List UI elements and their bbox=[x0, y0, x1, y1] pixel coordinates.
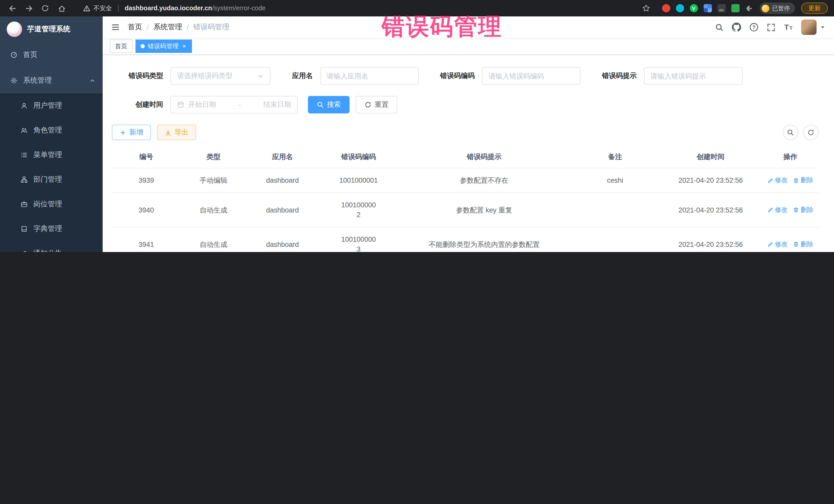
table-header: 编号 类型 应用名 错误码编码 错误码提示 备注 创建时间 操作 bbox=[111, 146, 819, 168]
refresh-table-button[interactable] bbox=[803, 125, 819, 140]
breadcrumb-system[interactable]: 系统管理 bbox=[153, 23, 182, 32]
sidebar-item-system[interactable]: 系统管理 bbox=[0, 68, 103, 93]
address-bar[interactable]: dashboard.yudao.iocoder.cn/system/error-… bbox=[125, 5, 266, 12]
cell-create-time: 2021-04-20 23:52:56 bbox=[659, 168, 762, 193]
extension-icon-teal[interactable] bbox=[676, 4, 684, 12]
toggle-search-button[interactable] bbox=[783, 125, 798, 140]
download-icon bbox=[165, 129, 171, 136]
cell-id: 3941 bbox=[111, 227, 182, 252]
filter-create-time: 创建时间 开始日期 - 结束日期 bbox=[122, 96, 298, 113]
sidebar-item-dictionary[interactable]: 字典管理 bbox=[0, 217, 103, 241]
extension-icon-grid[interactable] bbox=[703, 4, 711, 12]
sidebar-item-notices[interactable]: 通知公告 bbox=[0, 241, 103, 252]
delete-link[interactable]: 删除 bbox=[793, 239, 813, 249]
search-button[interactable]: 搜索 bbox=[308, 96, 350, 113]
trash-icon bbox=[793, 241, 799, 247]
caret-down-icon bbox=[820, 24, 826, 30]
error-type-select[interactable]: 请选择错误码类型 bbox=[170, 67, 270, 85]
page-content: 错误码类型 请选择错误码类型 应用名 错误码编码 bbox=[103, 55, 834, 252]
back-button[interactable] bbox=[6, 2, 19, 14]
tags-view-bar: 首页 错误码管理 bbox=[103, 38, 834, 55]
browser-update-button[interactable]: 更新 bbox=[801, 3, 828, 14]
export-button[interactable]: 导出 bbox=[157, 125, 196, 140]
edit-label: 修改 bbox=[775, 239, 788, 249]
reload-button[interactable] bbox=[39, 2, 51, 14]
extension-icon-green-v[interactable]: V bbox=[689, 4, 698, 12]
sidebar-menu: 首页 系统管理 用户管理 角色管理 bbox=[0, 42, 103, 252]
briefcase-icon bbox=[21, 201, 28, 208]
filter-label: 应用名 bbox=[292, 71, 313, 81]
edit-icon bbox=[767, 177, 773, 183]
extension-icon-red[interactable] bbox=[662, 4, 670, 12]
sidebar-item-label: 字典管理 bbox=[34, 224, 95, 234]
edit-link[interactable]: 修改 bbox=[767, 239, 788, 249]
bookmark-star-button[interactable] bbox=[640, 2, 652, 14]
plus-icon bbox=[119, 129, 126, 136]
sidebar-item-label: 首页 bbox=[23, 50, 95, 60]
on-badge-label: on bbox=[719, 8, 723, 12]
header-search-icon[interactable] bbox=[715, 23, 724, 31]
refresh-icon bbox=[365, 101, 372, 108]
extension-icon-on-badge[interactable]: on bbox=[717, 4, 725, 12]
font-size-icon[interactable] bbox=[784, 23, 793, 32]
sidebar-item-label: 用户管理 bbox=[34, 101, 95, 110]
sidebar-item-departments[interactable]: 部门管理 bbox=[0, 167, 103, 192]
filter-error-message: 错误码提示 bbox=[602, 67, 742, 85]
filter-app-name: 应用名 bbox=[292, 67, 419, 85]
table-row: 3939 手动编辑 dashboard 1001000001 参数配置不存在 c… bbox=[111, 168, 819, 193]
security-indicator[interactable]: 不安全 bbox=[83, 4, 112, 13]
cell-remark bbox=[571, 193, 659, 227]
table-tools bbox=[783, 125, 819, 140]
reset-button[interactable]: 重置 bbox=[356, 96, 397, 113]
logo-image bbox=[7, 22, 22, 37]
cell-code: 100100000 2 bbox=[320, 193, 397, 227]
cell-code: 1001000001 bbox=[320, 168, 397, 193]
delete-label: 删除 bbox=[800, 239, 813, 249]
app-name-input[interactable] bbox=[320, 67, 419, 85]
cell-app: dashboard bbox=[245, 193, 320, 227]
sidebar-item-home[interactable]: 首页 bbox=[0, 42, 103, 68]
error-code-table: 编号 类型 应用名 错误码编码 错误码提示 备注 创建时间 操作 3939 手动… bbox=[111, 146, 819, 252]
sidebar-item-users[interactable]: 用户管理 bbox=[0, 93, 103, 118]
error-message-input[interactable] bbox=[644, 67, 742, 85]
update-label: 更新 bbox=[808, 4, 821, 13]
column-header: 应用名 bbox=[245, 146, 320, 168]
extensions-puzzle-icon[interactable] bbox=[745, 4, 753, 12]
date-range-picker[interactable]: 开始日期 - 结束日期 bbox=[170, 96, 298, 113]
forward-button[interactable] bbox=[23, 2, 35, 14]
sidebar-item-posts[interactable]: 岗位管理 bbox=[0, 192, 103, 217]
edit-link[interactable]: 修改 bbox=[767, 205, 788, 215]
breadcrumb-separator: / bbox=[147, 23, 149, 31]
github-icon[interactable] bbox=[732, 23, 741, 32]
book-icon bbox=[21, 225, 28, 233]
extension-letter: V bbox=[692, 5, 695, 11]
sidebar-submenu-system: 用户管理 角色管理 菜单管理 部门管理 bbox=[0, 93, 103, 252]
dashboard-icon bbox=[10, 51, 18, 59]
profile-emoji-icon bbox=[761, 4, 769, 12]
breadcrumb-home[interactable]: 首页 bbox=[128, 23, 142, 32]
hamburger-toggle[interactable] bbox=[111, 23, 120, 32]
close-tag-icon[interactable] bbox=[182, 44, 187, 49]
tag-home[interactable]: 首页 bbox=[110, 40, 132, 53]
add-button[interactable]: 新增 bbox=[112, 125, 151, 140]
column-header: 备注 bbox=[571, 146, 659, 168]
extension-icon-leaf[interactable] bbox=[731, 4, 739, 12]
sidebar-item-roles[interactable]: 角色管理 bbox=[0, 118, 103, 143]
sidebar-item-menus[interactable]: 菜单管理 bbox=[0, 143, 103, 167]
tag-error-code-active[interactable]: 错误码管理 bbox=[135, 40, 192, 53]
paused-label: 已暂停 bbox=[772, 4, 790, 12]
edit-link[interactable]: 修改 bbox=[767, 176, 788, 185]
home-button[interactable] bbox=[56, 2, 68, 14]
start-date-placeholder: 开始日期 bbox=[188, 100, 216, 109]
cell-id: 3940 bbox=[111, 193, 182, 227]
chevron-up-icon bbox=[89, 78, 95, 84]
profile-paused-chip[interactable]: 已暂停 bbox=[759, 3, 795, 14]
delete-link[interactable]: 删除 bbox=[793, 176, 813, 185]
app-logo[interactable]: 芋道管理系统 bbox=[0, 17, 103, 42]
user-avatar-menu[interactable] bbox=[801, 20, 826, 35]
help-icon[interactable] bbox=[749, 23, 759, 32]
fullscreen-icon[interactable] bbox=[767, 23, 775, 31]
error-code-input[interactable] bbox=[482, 67, 580, 85]
delete-link[interactable]: 删除 bbox=[793, 205, 813, 215]
sidebar-item-label: 菜单管理 bbox=[34, 150, 95, 160]
